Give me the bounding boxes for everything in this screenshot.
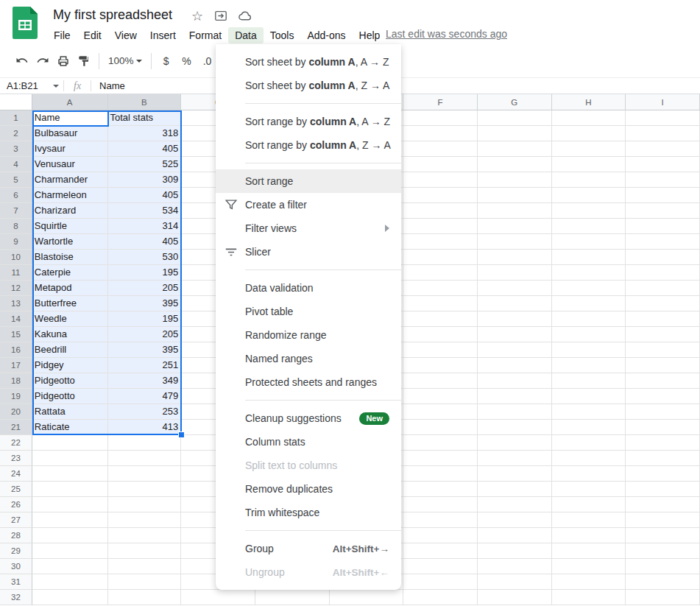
format-currency-button[interactable]: $ [156,51,177,71]
sheets-logo-icon[interactable] [13,7,38,39]
cell-A12[interactable]: Metapod [32,281,108,296]
cell-F13[interactable] [403,296,478,311]
cell-B13[interactable]: 395 [108,296,182,311]
menu-item-slicer[interactable]: Slicer [216,240,401,264]
cell-A27[interactable] [32,512,108,528]
cell-B3[interactable]: 405 [108,141,182,157]
cell-H20[interactable] [552,404,626,420]
cell-I26[interactable] [626,497,700,512]
fill-handle[interactable] [178,431,185,438]
cell-B26[interactable] [108,497,182,512]
cell-G3[interactable] [478,141,552,157]
cell-B18[interactable]: 349 [108,373,182,389]
cell-B22[interactable] [108,435,182,451]
cell-F23[interactable] [403,451,478,466]
cell-A17[interactable]: Pidgey [32,358,108,373]
cell-G27[interactable] [478,512,552,528]
row-header-23[interactable]: 23 [0,451,32,466]
cell-G6[interactable] [478,188,552,203]
move-folder-icon[interactable] [213,9,228,24]
cell-D32[interactable] [255,590,330,605]
cell-A10[interactable]: Blastoise [32,250,108,265]
cell-A21[interactable]: Raticate [32,420,108,435]
row-header-8[interactable]: 8 [0,219,32,234]
menubar-item-format[interactable]: Format [183,27,228,43]
cell-F32[interactable] [403,590,478,605]
menu-item-sort-sheet-za[interactable]: Sort sheet by column A, Z → A [216,74,401,97]
cell-H29[interactable] [552,543,626,559]
cell-A5[interactable]: Charmander [32,172,108,188]
menu-item-protected-sheets-and-ranges[interactable]: Protected sheets and ranges [216,370,401,394]
cell-H7[interactable] [552,203,626,219]
cell-F19[interactable] [403,389,478,404]
cell-H25[interactable] [552,482,626,497]
row-header-25[interactable]: 25 [0,482,32,497]
cell-I15[interactable] [626,327,700,342]
print-button[interactable] [53,51,74,71]
cell-B19[interactable]: 479 [108,389,182,404]
cell-F26[interactable] [403,497,478,512]
cell-I25[interactable] [626,482,700,497]
cell-F15[interactable] [403,327,478,342]
menubar-item-file[interactable]: File [47,27,77,43]
cell-B4[interactable]: 525 [108,157,182,172]
cell-H11[interactable] [552,265,626,281]
cell-B1[interactable]: Total stats [108,110,182,126]
cell-B25[interactable] [108,482,182,497]
cell-F10[interactable] [403,250,478,265]
cell-A6[interactable]: Charmeleon [32,188,108,203]
menu-item-create-a-filter[interactable]: Create a filter [216,193,401,216]
cell-H32[interactable] [552,590,626,605]
row-header-28[interactable]: 28 [0,528,32,543]
cell-A30[interactable] [32,559,108,574]
column-header-h[interactable]: H [552,94,626,110]
cell-G18[interactable] [478,373,552,389]
cell-A7[interactable]: Charizard [32,203,108,219]
column-header-i[interactable]: I [626,94,700,110]
menu-item-group[interactable]: GroupAlt+Shift+→ [216,537,401,560]
cell-I12[interactable] [626,281,700,296]
row-header-29[interactable]: 29 [0,543,32,559]
cell-I13[interactable] [626,296,700,311]
last-edit-status[interactable]: Last edit was seconds ago [386,28,507,40]
cell-B16[interactable]: 395 [108,342,182,358]
menu-item-sort-range[interactable]: Sort range [216,169,401,193]
cell-B6[interactable]: 405 [108,188,182,203]
row-header-21[interactable]: 21 [0,420,32,435]
cell-G1[interactable] [478,110,552,126]
cell-H1[interactable] [552,110,626,126]
row-header-16[interactable]: 16 [0,342,32,358]
cell-I2[interactable] [626,126,700,141]
cell-I8[interactable] [626,219,700,234]
cell-H19[interactable] [552,389,626,404]
row-header-4[interactable]: 4 [0,157,32,172]
zoom-select[interactable]: 100% [104,51,146,71]
column-header-b[interactable]: B [108,94,182,110]
cell-B31[interactable] [108,574,182,590]
row-header-1[interactable]: 1 [0,110,32,126]
cell-B15[interactable]: 205 [108,327,182,342]
cell-B20[interactable]: 253 [108,404,182,420]
cell-G29[interactable] [478,543,552,559]
cell-A18[interactable]: Pidgeotto [32,373,108,389]
cell-B17[interactable]: 251 [108,358,182,373]
row-header-5[interactable]: 5 [0,172,32,188]
cell-G7[interactable] [478,203,552,219]
cell-I24[interactable] [626,466,700,482]
cell-B29[interactable] [108,543,182,559]
cell-I27[interactable] [626,512,700,528]
column-header-a[interactable]: A [32,94,108,110]
cell-F2[interactable] [403,126,478,141]
cell-F5[interactable] [403,172,478,188]
cell-I16[interactable] [626,342,700,358]
cell-B28[interactable] [108,528,182,543]
cell-A2[interactable]: Bulbasaur [32,126,108,141]
cell-H12[interactable] [552,281,626,296]
row-header-14[interactable]: 14 [0,311,32,327]
cell-B24[interactable] [108,466,182,482]
cell-G28[interactable] [478,528,552,543]
row-header-10[interactable]: 10 [0,250,32,265]
cell-A1[interactable]: Name [32,110,108,126]
name-box[interactable]: A1:B21 [0,80,63,91]
cell-F29[interactable] [403,543,478,559]
